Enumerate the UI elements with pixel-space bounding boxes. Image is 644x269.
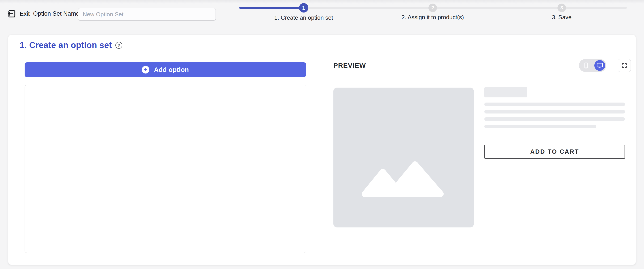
top-bar: Exit Option Set Name 1 1. Create an opti… (0, 0, 644, 27)
mobile-icon (583, 62, 590, 69)
stepper-step-3[interactable]: 3 3. Save (495, 0, 629, 21)
preview-header: PREVIEW (322, 56, 636, 75)
preview-title: PREVIEW (334, 56, 366, 75)
option-set-name-input[interactable] (78, 8, 216, 20)
skeleton-text-line (484, 125, 596, 128)
step-2-label: 2. Assign it to product(s) (366, 14, 500, 21)
fullscreen-button[interactable] (618, 59, 631, 72)
stepper-step-1[interactable]: 1 1. Create an option set (236, 0, 371, 21)
main-card: 1. Create an option set ? + Add option P… (8, 35, 636, 265)
step-1-circle: 1 (299, 3, 308, 12)
exit-icon (8, 9, 16, 18)
exit-label: Exit (20, 10, 30, 17)
step-3-label: 3. Save (495, 14, 629, 21)
step-3-circle: 3 (558, 3, 566, 12)
exit-button[interactable]: Exit (8, 8, 30, 19)
help-icon[interactable]: ? (116, 42, 122, 49)
add-to-cart-button[interactable]: ADD TO CART (484, 145, 625, 159)
fullscreen-expand-icon (621, 62, 628, 69)
stepper-step-2[interactable]: 2 2. Assign it to product(s) (366, 0, 500, 21)
preview-content: ADD TO CART (322, 75, 636, 265)
page-title: 1. Create an option set (20, 40, 112, 50)
option-set-name-label: Option Set Name (33, 0, 80, 27)
product-image-placeholder (334, 88, 474, 228)
skeleton-text-line (484, 117, 625, 121)
preview-header-separator (613, 56, 613, 75)
preview-pane: PREVIEW (322, 56, 636, 265)
skeleton-text-line (484, 103, 625, 106)
card-header: 1. Create an option set ? (8, 35, 636, 56)
add-to-cart-label: ADD TO CART (530, 148, 579, 155)
card-body: + Add option PREVIEW (8, 56, 636, 265)
skeleton-product-title (484, 87, 527, 97)
step-2-circle: 2 (428, 3, 437, 12)
device-toggle-mobile-button[interactable] (581, 60, 592, 71)
step-1-label: 1. Create an option set (236, 14, 371, 21)
device-toggle (579, 59, 606, 72)
device-toggle-desktop-button[interactable] (594, 60, 605, 71)
options-list-empty-container (24, 85, 306, 253)
desktop-icon (596, 62, 603, 69)
add-option-label: Add option (154, 66, 189, 73)
plus-icon: + (142, 66, 149, 73)
add-option-button[interactable]: + Add option (24, 62, 306, 77)
mountains-image-icon (358, 159, 448, 199)
skeleton-text-line (484, 110, 625, 113)
